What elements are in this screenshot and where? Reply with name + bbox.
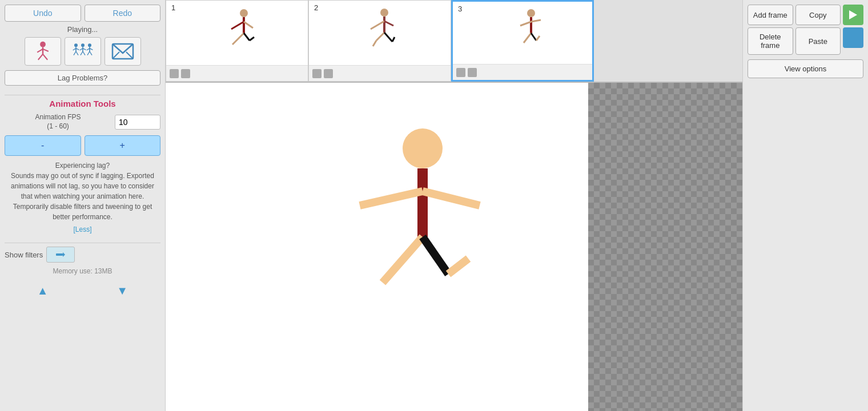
drawing-canvas[interactable] — [166, 83, 588, 411]
frame-3-stickman — [500, 7, 545, 59]
svg-line-25 — [112, 52, 119, 59]
svg-line-4 — [38, 54, 42, 60]
frame-1-icon-1 — [170, 69, 179, 78]
play-button[interactable] — [843, 5, 863, 25]
fps-minus-button[interactable]: - — [5, 135, 81, 156]
less-link[interactable]: [Less] — [5, 225, 160, 233]
move-down-button[interactable]: ▼ — [85, 279, 161, 303]
show-filters-label: Show filters — [5, 251, 43, 259]
tool-icon-row — [5, 37, 160, 66]
main-stickman — [348, 117, 588, 345]
frame-1-bottom — [166, 65, 308, 81]
divider-1 — [5, 95, 160, 95]
memory-label: Memory use: 13MB — [5, 267, 160, 275]
svg-line-34 — [244, 33, 250, 41]
svg-line-57 — [448, 259, 468, 274]
play-icon — [849, 10, 857, 19]
svg-line-56 — [423, 237, 448, 274]
animation-tools-title: Animation Tools — [5, 99, 160, 108]
redo-button[interactable]: Redo — [85, 5, 161, 22]
paste-button[interactable]: Paste — [795, 27, 841, 55]
svg-line-38 — [371, 21, 384, 29]
svg-rect-27 — [56, 253, 63, 256]
svg-line-16 — [81, 51, 83, 55]
svg-point-36 — [380, 9, 388, 17]
svg-line-54 — [360, 191, 423, 206]
frames-bar: 1 — [166, 0, 742, 83]
svg-point-6 — [74, 43, 78, 47]
fps-row: Animation FPS(1 - 60) — [5, 113, 160, 131]
svg-point-29 — [240, 9, 248, 17]
fps-label: Animation FPS(1 - 60) — [5, 113, 111, 131]
svg-line-42 — [384, 33, 392, 42]
svg-point-51 — [403, 128, 443, 168]
svg-line-2 — [37, 49, 43, 53]
svg-line-10 — [74, 51, 76, 55]
frame-2-bottom — [309, 65, 451, 81]
copy-button[interactable]: Copy — [795, 5, 841, 25]
svg-line-43 — [392, 37, 395, 42]
frame-3-number: 3 — [456, 4, 464, 14]
left-sidebar: Undo Redo Playing... — [0, 0, 166, 411]
frame-2-icon-1 — [312, 69, 322, 78]
delete-frame-button[interactable]: Delete frame — [748, 27, 793, 55]
frame-1-number: 1 — [170, 3, 177, 13]
add-frame-button[interactable]: Add frame — [748, 5, 793, 25]
frame-1-canvas — [166, 1, 308, 65]
view-options-button[interactable]: View options — [748, 59, 863, 78]
svg-line-22 — [87, 51, 90, 55]
svg-marker-28 — [63, 252, 65, 257]
right-panel-bg — [588, 83, 742, 411]
playing-label: Playing... — [5, 25, 160, 34]
svg-line-39 — [384, 21, 393, 26]
frame-2[interactable]: 2 — [308, 0, 451, 82]
show-filters-button[interactable] — [46, 247, 75, 263]
frame-1-stickman — [214, 7, 260, 59]
svg-line-32 — [244, 22, 253, 28]
svg-line-3 — [43, 49, 49, 51]
multi-figure-icon — [71, 41, 94, 62]
arrow-buttons: ▲ ▼ — [5, 279, 160, 303]
blue-square-button[interactable] — [843, 27, 863, 48]
envelope-icon — [111, 41, 134, 62]
main-area: 1 — [166, 0, 742, 411]
svg-line-26 — [126, 52, 133, 59]
svg-line-23 — [90, 51, 92, 55]
svg-line-53 — [423, 191, 480, 206]
move-up-button[interactable]: ▲ — [5, 279, 81, 303]
frame-2-icon-2 — [324, 69, 333, 78]
pencil-icon — [55, 250, 66, 259]
single-figure-tool[interactable] — [25, 37, 61, 66]
envelope-tool[interactable] — [105, 37, 141, 66]
svg-point-44 — [527, 9, 535, 17]
svg-point-18 — [88, 43, 91, 47]
svg-line-31 — [231, 22, 244, 29]
svg-point-0 — [40, 42, 46, 47]
frame-3-icon-1 — [456, 68, 465, 77]
fps-plus-button[interactable]: + — [85, 135, 161, 156]
frame-2-stickman — [357, 7, 403, 59]
svg-line-11 — [76, 51, 78, 55]
svg-line-40 — [376, 33, 384, 41]
show-filters-row: Show filters — [5, 247, 160, 263]
fps-controls: - + — [5, 135, 160, 156]
undo-button[interactable]: Undo — [5, 5, 81, 22]
canvas-area — [166, 83, 742, 411]
frame-3[interactable]: 3 — [451, 0, 594, 82]
lag-problems-button[interactable]: Lag Problems? — [5, 70, 160, 86]
delete-paste-row: Delete frame Paste — [748, 27, 863, 55]
svg-point-12 — [81, 43, 85, 47]
svg-line-33 — [232, 33, 244, 45]
frame-2-canvas — [309, 1, 451, 65]
svg-line-50 — [536, 36, 540, 41]
svg-line-46 — [520, 22, 531, 26]
svg-marker-58 — [849, 10, 857, 19]
svg-line-41 — [373, 41, 376, 46]
svg-line-49 — [531, 33, 536, 41]
multi-figure-tool[interactable] — [65, 37, 101, 66]
frame-3-bottom — [453, 64, 592, 80]
fps-input[interactable] — [115, 115, 160, 130]
undo-redo-row: Undo Redo — [5, 5, 160, 22]
frame-1[interactable]: 1 — [166, 0, 308, 82]
add-copy-row: Add frame Copy — [748, 5, 863, 25]
